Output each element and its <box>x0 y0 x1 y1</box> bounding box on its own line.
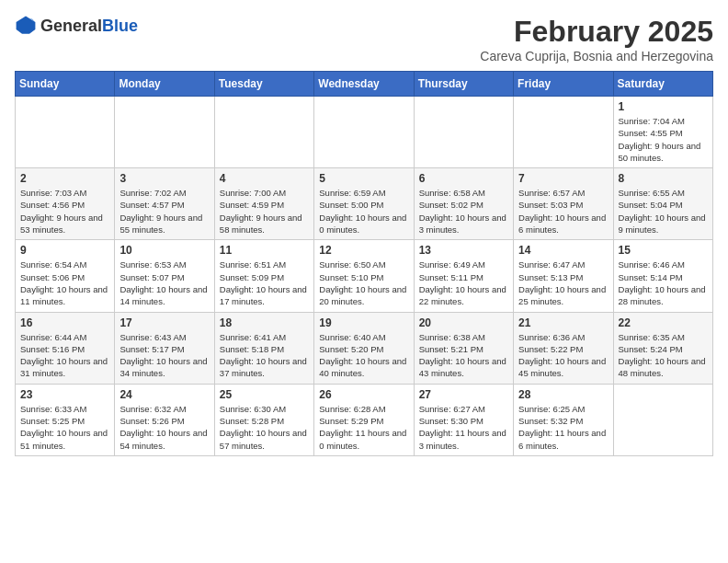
page-header: GeneralBlue February 2025 Careva Cuprija… <box>15 15 713 63</box>
day-number: 18 <box>220 316 309 329</box>
weekday-header: Friday <box>514 72 613 97</box>
calendar-cell <box>613 384 712 455</box>
logo: GeneralBlue <box>15 15 138 37</box>
day-info: Sunrise: 6:50 AM Sunset: 5:10 PM Dayligh… <box>319 259 408 307</box>
weekday-header: Wednesday <box>314 72 414 97</box>
day-info: Sunrise: 6:44 AM Sunset: 5:16 PM Dayligh… <box>20 331 109 380</box>
day-number: 27 <box>419 388 508 401</box>
svg-marker-0 <box>17 17 36 34</box>
calendar-cell: 22Sunrise: 6:35 AM Sunset: 5:24 PM Dayli… <box>613 312 712 384</box>
day-info: Sunrise: 6:25 AM Sunset: 5:32 PM Dayligh… <box>518 403 608 452</box>
day-info: Sunrise: 6:54 AM Sunset: 5:06 PM Dayligh… <box>20 259 109 307</box>
day-info: Sunrise: 6:36 AM Sunset: 5:22 PM Dayligh… <box>518 331 608 380</box>
day-info: Sunrise: 6:46 AM Sunset: 5:14 PM Dayligh… <box>619 259 708 307</box>
calendar-cell <box>314 97 414 168</box>
calendar-cell: 2Sunrise: 7:03 AM Sunset: 4:56 PM Daylig… <box>16 168 115 240</box>
day-number: 8 <box>619 172 708 185</box>
day-info: Sunrise: 7:02 AM Sunset: 4:57 PM Dayligh… <box>119 187 209 236</box>
calendar-cell: 19Sunrise: 6:40 AM Sunset: 5:20 PM Dayli… <box>314 312 414 384</box>
day-info: Sunrise: 6:28 AM Sunset: 5:29 PM Dayligh… <box>319 403 408 452</box>
calendar-cell: 26Sunrise: 6:28 AM Sunset: 5:29 PM Dayli… <box>314 384 414 455</box>
calendar-cell: 8Sunrise: 6:55 AM Sunset: 5:04 PM Daylig… <box>613 168 712 240</box>
day-number: 3 <box>119 172 209 185</box>
day-number: 9 <box>20 244 109 257</box>
calendar-cell: 17Sunrise: 6:43 AM Sunset: 5:17 PM Dayli… <box>115 312 214 384</box>
day-info: Sunrise: 6:49 AM Sunset: 5:11 PM Dayligh… <box>419 259 508 307</box>
day-info: Sunrise: 7:04 AM Sunset: 4:55 PM Dayligh… <box>619 115 708 164</box>
day-number: 14 <box>518 244 608 257</box>
day-info: Sunrise: 6:38 AM Sunset: 5:21 PM Dayligh… <box>419 331 508 380</box>
day-number: 7 <box>518 172 608 185</box>
day-number: 2 <box>20 172 109 185</box>
calendar-cell: 25Sunrise: 6:30 AM Sunset: 5:28 PM Dayli… <box>214 384 313 455</box>
weekday-header: Thursday <box>414 72 513 97</box>
calendar-table: SundayMondayTuesdayWednesdayThursdayFrid… <box>15 71 713 456</box>
calendar-cell: 13Sunrise: 6:49 AM Sunset: 5:11 PM Dayli… <box>414 240 513 312</box>
day-info: Sunrise: 6:33 AM Sunset: 5:25 PM Dayligh… <box>20 403 109 452</box>
day-info: Sunrise: 6:47 AM Sunset: 5:13 PM Dayligh… <box>518 259 608 307</box>
calendar-cell <box>16 97 115 168</box>
weekday-header: Tuesday <box>214 72 313 97</box>
day-info: Sunrise: 6:40 AM Sunset: 5:20 PM Dayligh… <box>319 331 408 380</box>
day-info: Sunrise: 7:00 AM Sunset: 4:59 PM Dayligh… <box>220 187 309 236</box>
day-number: 15 <box>619 244 708 257</box>
day-number: 26 <box>319 388 408 401</box>
calendar-cell: 27Sunrise: 6:27 AM Sunset: 5:30 PM Dayli… <box>414 384 513 455</box>
title-area: February 2025 Careva Cuprija, Bosnia and… <box>480 15 713 63</box>
month-title: February 2025 <box>480 15 713 49</box>
calendar-cell: 6Sunrise: 6:58 AM Sunset: 5:02 PM Daylig… <box>414 168 513 240</box>
logo-icon <box>15 15 37 37</box>
weekday-header: Sunday <box>16 72 115 97</box>
calendar-cell: 12Sunrise: 6:50 AM Sunset: 5:10 PM Dayli… <box>314 240 414 312</box>
day-number: 16 <box>20 316 109 329</box>
calendar-cell: 5Sunrise: 6:59 AM Sunset: 5:00 PM Daylig… <box>314 168 414 240</box>
calendar-cell <box>414 97 513 168</box>
calendar-cell: 4Sunrise: 7:00 AM Sunset: 4:59 PM Daylig… <box>214 168 313 240</box>
day-number: 22 <box>619 316 708 329</box>
calendar-cell: 24Sunrise: 6:32 AM Sunset: 5:26 PM Dayli… <box>115 384 214 455</box>
calendar-cell: 21Sunrise: 6:36 AM Sunset: 5:22 PM Dayli… <box>514 312 613 384</box>
day-info: Sunrise: 6:51 AM Sunset: 5:09 PM Dayligh… <box>220 259 309 307</box>
day-info: Sunrise: 6:57 AM Sunset: 5:03 PM Dayligh… <box>518 187 608 236</box>
day-info: Sunrise: 6:32 AM Sunset: 5:26 PM Dayligh… <box>119 403 209 452</box>
calendar-cell: 10Sunrise: 6:53 AM Sunset: 5:07 PM Dayli… <box>115 240 214 312</box>
day-info: Sunrise: 6:53 AM Sunset: 5:07 PM Dayligh… <box>119 259 209 307</box>
day-info: Sunrise: 6:30 AM Sunset: 5:28 PM Dayligh… <box>220 403 309 452</box>
day-number: 13 <box>419 244 508 257</box>
day-number: 11 <box>220 244 309 257</box>
day-number: 17 <box>119 316 209 329</box>
weekday-header-row: SundayMondayTuesdayWednesdayThursdayFrid… <box>16 72 713 97</box>
day-number: 5 <box>319 172 408 185</box>
day-number: 28 <box>518 388 608 401</box>
logo-text-general: General <box>40 17 102 35</box>
calendar-cell: 1Sunrise: 7:04 AM Sunset: 4:55 PM Daylig… <box>613 97 712 168</box>
calendar-cell: 15Sunrise: 6:46 AM Sunset: 5:14 PM Dayli… <box>613 240 712 312</box>
day-info: Sunrise: 6:58 AM Sunset: 5:02 PM Dayligh… <box>419 187 508 236</box>
calendar-cell: 28Sunrise: 6:25 AM Sunset: 5:32 PM Dayli… <box>514 384 613 455</box>
weekday-header: Saturday <box>613 72 712 97</box>
day-number: 21 <box>518 316 608 329</box>
calendar-cell: 20Sunrise: 6:38 AM Sunset: 5:21 PM Dayli… <box>414 312 513 384</box>
day-info: Sunrise: 7:03 AM Sunset: 4:56 PM Dayligh… <box>20 187 109 236</box>
calendar-week-row: 16Sunrise: 6:44 AM Sunset: 5:16 PM Dayli… <box>16 312 713 384</box>
calendar-cell: 9Sunrise: 6:54 AM Sunset: 5:06 PM Daylig… <box>16 240 115 312</box>
day-number: 19 <box>319 316 408 329</box>
day-number: 1 <box>619 100 708 113</box>
calendar-cell <box>115 97 214 168</box>
calendar-cell: 14Sunrise: 6:47 AM Sunset: 5:13 PM Dayli… <box>514 240 613 312</box>
calendar-week-row: 2Sunrise: 7:03 AM Sunset: 4:56 PM Daylig… <box>16 168 713 240</box>
day-info: Sunrise: 6:27 AM Sunset: 5:30 PM Dayligh… <box>419 403 508 452</box>
weekday-header: Monday <box>115 72 214 97</box>
day-info: Sunrise: 6:41 AM Sunset: 5:18 PM Dayligh… <box>220 331 309 380</box>
calendar-cell <box>214 97 313 168</box>
calendar-week-row: 9Sunrise: 6:54 AM Sunset: 5:06 PM Daylig… <box>16 240 713 312</box>
calendar-cell: 11Sunrise: 6:51 AM Sunset: 5:09 PM Dayli… <box>214 240 313 312</box>
calendar-week-row: 1Sunrise: 7:04 AM Sunset: 4:55 PM Daylig… <box>16 97 713 168</box>
day-info: Sunrise: 6:55 AM Sunset: 5:04 PM Dayligh… <box>619 187 708 236</box>
day-info: Sunrise: 6:43 AM Sunset: 5:17 PM Dayligh… <box>119 331 209 380</box>
day-info: Sunrise: 6:59 AM Sunset: 5:00 PM Dayligh… <box>319 187 408 236</box>
day-number: 10 <box>119 244 209 257</box>
calendar-cell: 16Sunrise: 6:44 AM Sunset: 5:16 PM Dayli… <box>16 312 115 384</box>
day-number: 23 <box>20 388 109 401</box>
day-number: 4 <box>220 172 309 185</box>
